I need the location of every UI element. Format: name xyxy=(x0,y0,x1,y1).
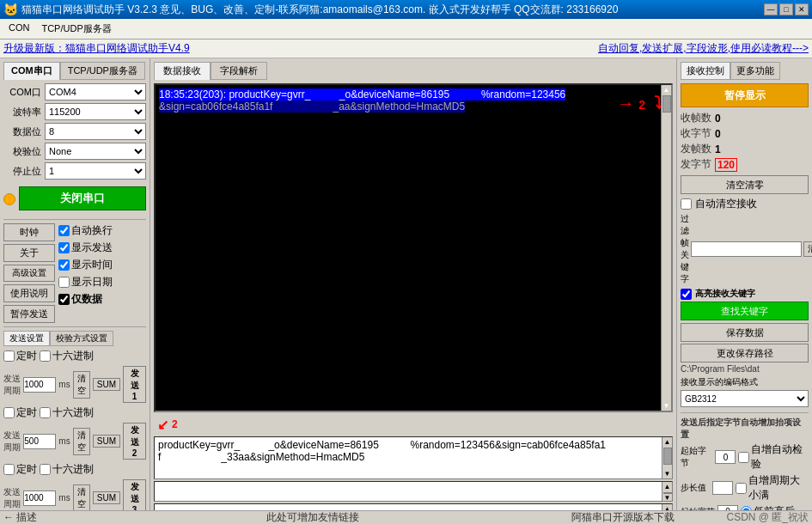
send3-timer-checkbox[interactable] xyxy=(3,464,15,475)
send-scroll-down[interactable]: ▼ xyxy=(664,470,671,478)
show-date-option[interactable]: 显示日期 xyxy=(58,275,146,289)
change-path-button[interactable]: 更改保存路径 xyxy=(681,344,809,363)
send1-period-input[interactable] xyxy=(23,377,56,393)
filter-label: 过滤帧关键字 xyxy=(681,213,689,285)
send2-button[interactable]: 发送2 xyxy=(123,423,146,460)
auto-period-1-checkbox[interactable] xyxy=(736,483,747,494)
auto-clear-checkbox[interactable] xyxy=(681,198,692,210)
close-button[interactable]: ✕ xyxy=(795,3,809,15)
pause-display-button[interactable]: 暂停显示 xyxy=(681,83,809,107)
highlight-keyword-row: 高亮接收关键字 xyxy=(681,288,809,300)
baud-rate-select[interactable]: 1152009600192003840057600 xyxy=(45,103,146,120)
filter-input[interactable] xyxy=(691,241,802,257)
receive-area[interactable]: 18:35:23(203): productKey=gvrr_ _o&devic… xyxy=(154,83,673,412)
send2-clear-button[interactable]: 清空 xyxy=(73,428,90,455)
send-scroll-up[interactable]: ▲ xyxy=(664,438,671,446)
save-data-button[interactable]: 保存数据 xyxy=(681,323,809,342)
scroll-down-arrow[interactable]: ▼ xyxy=(663,402,670,410)
filter-clear-button[interactable]: 清 xyxy=(803,241,812,257)
baud-rate-label: 波特率 xyxy=(3,106,41,119)
send1-timer-label[interactable]: 定时 xyxy=(3,349,37,363)
connect-button[interactable]: 关闭串口 xyxy=(19,186,146,210)
send1-hex-checkbox[interactable] xyxy=(40,350,51,362)
send1-timer-checkbox[interactable] xyxy=(3,350,15,362)
auto-clear-label: 自动清空接收 xyxy=(695,197,757,211)
auto-period-1-label[interactable]: 自增周期大小满 xyxy=(736,473,809,503)
minimize-button[interactable]: — xyxy=(764,3,778,15)
encoding-select[interactable]: GB2312UTF-8ASCII xyxy=(681,390,809,407)
upgrade-link[interactable]: 升级最新版：猫猫串口网络调试助手V4.9 xyxy=(3,41,190,56)
show-send-checkbox[interactable] xyxy=(58,242,70,253)
send-input-row-2[interactable]: ▲ ▼ xyxy=(154,481,673,502)
send-settings-tab[interactable]: 发送设置 xyxy=(3,331,50,346)
clear-zero-button[interactable]: 清空清零 xyxy=(681,175,809,194)
send2-period-input[interactable] xyxy=(23,434,56,449)
send2-hex-checkbox[interactable] xyxy=(40,407,51,418)
show-time-checkbox[interactable] xyxy=(58,259,70,271)
stop-bits-select[interactable]: 11.52 xyxy=(45,162,146,180)
tab-com[interactable]: COM串口 xyxy=(3,62,60,80)
highlight-keyword-checkbox[interactable] xyxy=(681,289,692,300)
auto-start-byte-1-input[interactable] xyxy=(715,450,736,464)
maximize-button[interactable]: □ xyxy=(779,3,793,15)
more-functions-tab[interactable]: 更多功能 xyxy=(730,62,780,80)
send3-hex-checkbox[interactable] xyxy=(40,464,51,475)
send-input-scrollbar[interactable]: ▲ ▼ xyxy=(662,437,672,478)
show-date-checkbox[interactable] xyxy=(58,277,70,288)
receive-control-tab[interactable]: 接收控制 xyxy=(681,62,730,80)
tab-tcp[interactable]: TCP/UDP服务器 xyxy=(60,62,145,80)
send-frames-label: 发帧数 xyxy=(681,142,711,156)
menu-tcp[interactable]: TCP/UDP服务器 xyxy=(36,21,116,37)
send3-period-input[interactable] xyxy=(23,490,56,506)
send1-sum-button[interactable]: SUM xyxy=(93,378,120,391)
parity-select[interactable]: NoneOddEven xyxy=(45,143,146,160)
menu-com[interactable]: CON xyxy=(3,21,34,37)
verify-settings-tab[interactable]: 校验方式设置 xyxy=(50,331,113,346)
send-scroll-thumb[interactable] xyxy=(663,448,672,465)
send3-clear-button[interactable]: 清空 xyxy=(73,484,90,512)
pause-send-button[interactable]: 暂停发送 xyxy=(3,305,55,323)
auto-start-byte-1-label: 起始字节 xyxy=(681,445,712,469)
baud-rate-row: 波特率 1152009600192003840057600 xyxy=(3,103,146,120)
scroll-up-arrow[interactable]: ▲ xyxy=(663,86,670,94)
data-receive-tab[interactable]: 数据接收 xyxy=(154,62,211,80)
send1-clear-button[interactable]: 清空 xyxy=(73,371,90,399)
send2-period-label: 发送周期 xyxy=(3,430,21,454)
send2-scroll-up[interactable]: ▲ xyxy=(664,483,671,490)
send2-sum-button[interactable]: SUM xyxy=(93,435,120,448)
auto-check-1-checkbox[interactable] xyxy=(738,452,749,463)
send1-button[interactable]: 发送1 xyxy=(123,366,146,403)
send2-timer-label[interactable]: 定时 xyxy=(3,405,37,420)
auto-check-1-text: 自增自动检验 xyxy=(751,442,809,472)
auto-check-1-label[interactable]: 自增自动检验 xyxy=(738,442,809,472)
auto-wrap-checkbox[interactable] xyxy=(58,225,70,236)
data-only-option[interactable]: 仅数据 xyxy=(58,292,146,307)
data-bits-row: 数据位 8567 xyxy=(3,123,146,140)
show-time-option[interactable]: 显示时间 xyxy=(58,258,146,272)
send3-sum-button[interactable]: SUM xyxy=(93,491,120,504)
send3-hex-label[interactable]: 十六进制 xyxy=(40,462,94,477)
send3-timer-label[interactable]: 定时 xyxy=(3,462,37,477)
send1-hex-label[interactable]: 十六进制 xyxy=(40,349,94,363)
send2-timer-checkbox[interactable] xyxy=(3,407,15,418)
scroll-thumb[interactable] xyxy=(662,95,671,113)
find-keyword-button[interactable]: 查找关键字 xyxy=(681,302,809,320)
com-port-select[interactable]: COM4COM1COM2COM3COM5 xyxy=(45,83,146,101)
tutorial-link[interactable]: 自动回复,发送扩展,字段波形,使用必读教程---> xyxy=(598,41,809,56)
show-send-option[interactable]: 显示发送 xyxy=(58,241,146,255)
data-bits-select[interactable]: 8567 xyxy=(45,123,146,140)
field-parse-tab[interactable]: 字段解析 xyxy=(211,62,267,80)
right-panel: 接收控制 更多功能 暂停显示 收帧数 0 收字节 0 发帧数 1 发字节 120… xyxy=(676,58,812,524)
clock-button[interactable]: 时钟 xyxy=(3,223,55,241)
receive-scrollbar[interactable]: ▲ ▼ xyxy=(661,85,671,411)
auto-step-1-input[interactable] xyxy=(712,481,733,495)
send2-scroll-down[interactable]: ▼ xyxy=(664,494,671,502)
send-input-row-1[interactable]: productKey=gvrr_ _o&deviceName=86195 %ra… xyxy=(154,436,673,479)
data-only-checkbox[interactable] xyxy=(58,294,70,305)
help-button[interactable]: 使用说明 xyxy=(3,284,55,302)
send-input-2-scrollbar[interactable]: ▲ ▼ xyxy=(662,482,672,501)
auto-wrap-option[interactable]: 自动换行 xyxy=(58,223,146,238)
advanced-settings-button[interactable]: 高级设置 xyxy=(3,265,55,282)
send2-hex-label[interactable]: 十六进制 xyxy=(40,405,94,420)
about-button[interactable]: 关于 xyxy=(3,244,55,262)
